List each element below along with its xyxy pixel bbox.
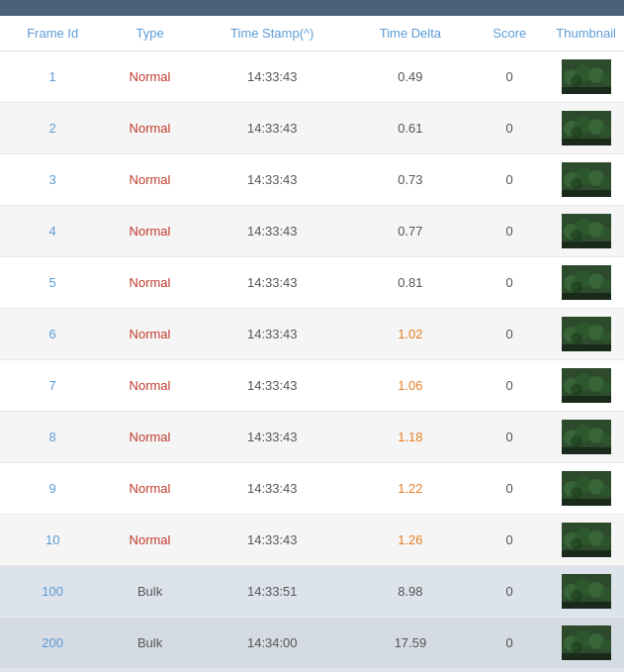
svg-rect-69	[562, 550, 611, 557]
col-header-score: Score	[471, 16, 548, 51]
frame-id-cell[interactable]: 4	[0, 206, 105, 257]
type-cell: Normal	[105, 515, 195, 566]
time-delta-cell: 1.02	[350, 309, 472, 360]
time-delta-cell: 0.73	[350, 154, 472, 206]
type-cell: Normal	[105, 309, 195, 360]
frame-id-cell[interactable]: 10	[0, 515, 105, 566]
thumbnail-cell[interactable]	[548, 309, 624, 360]
thumbnail-image	[562, 574, 611, 609]
time-delta-cell: 0.77	[350, 206, 472, 257]
type-cell: Normal	[105, 463, 195, 515]
thumbnail-cell[interactable]: 📷300	[548, 669, 624, 673]
timestamp-cell: 14:33:43	[195, 309, 350, 360]
time-delta-cell: 26.12	[350, 669, 472, 673]
thumbnail-cell[interactable]	[548, 51, 624, 103]
frame-id-cell[interactable]: 1	[0, 51, 105, 103]
type-cell: Normal	[105, 206, 195, 257]
thumbnail-cell[interactable]	[548, 566, 624, 618]
timestamp-cell: 14:33:43	[195, 463, 350, 515]
table-row: 8Normal14:33:431.180	[0, 412, 624, 463]
svg-rect-41	[562, 344, 611, 351]
svg-point-40	[571, 333, 582, 344]
thumbnail-image	[562, 59, 611, 94]
table-row: 5Normal14:33:430.810	[0, 257, 624, 309]
frames-table: Frame Id Type Time Stamp(^) Time Delta S…	[0, 16, 624, 672]
header-bar	[0, 0, 624, 16]
thumbnail-cell[interactable]	[548, 206, 624, 257]
table-row: 7Normal14:33:431.060	[0, 360, 624, 412]
type-cell: Normal	[105, 154, 195, 206]
table-row: 1Normal14:33:430.490	[0, 51, 624, 103]
timestamp-cell: 14:33:43	[195, 515, 350, 566]
frame-id-cell[interactable]: 8	[0, 412, 105, 463]
timestamp-cell: 14:33:43	[195, 206, 350, 257]
table-row: 300Bulk14:34:0826.120📷300	[0, 669, 624, 673]
thumbnail-cell[interactable]	[548, 154, 624, 206]
timestamp-cell: 14:33:43	[195, 154, 350, 206]
thumbnail-cell[interactable]	[548, 618, 624, 669]
thumbnail-image	[562, 265, 611, 300]
score-cell: 0	[471, 206, 548, 257]
thumbnail-image	[562, 420, 611, 454]
time-delta-cell: 8.98	[350, 566, 472, 618]
score-cell: 0	[471, 669, 548, 673]
frame-id-cell[interactable]: 3	[0, 154, 105, 206]
thumbnail-cell[interactable]	[548, 257, 624, 309]
type-cell: Normal	[105, 51, 195, 103]
type-cell: Bulk	[105, 669, 195, 673]
time-delta-cell: 0.81	[350, 257, 472, 309]
svg-rect-62	[562, 499, 611, 506]
thumbnail-cell[interactable]	[548, 412, 624, 463]
thumbnail-cell[interactable]	[548, 360, 624, 412]
timestamp-cell: 14:33:51	[195, 566, 350, 618]
thumbnail-cell[interactable]	[548, 103, 624, 154]
score-cell: 0	[471, 360, 548, 412]
frame-id-cell[interactable]: 200	[0, 618, 105, 669]
score-cell: 0	[471, 463, 548, 515]
frame-id-cell[interactable]: 300	[0, 669, 105, 673]
type-cell: Bulk	[105, 566, 195, 618]
svg-rect-76	[562, 602, 611, 609]
type-cell: Normal	[105, 257, 195, 309]
timestamp-cell: 14:33:43	[195, 360, 350, 412]
type-cell: Normal	[105, 103, 195, 154]
svg-point-54	[571, 435, 582, 447]
frame-id-cell[interactable]: 5	[0, 257, 105, 309]
time-delta-cell: 1.06	[350, 360, 472, 412]
col-header-timestamp: Time Stamp(^)	[195, 16, 350, 51]
table-row: 10Normal14:33:431.260	[0, 515, 624, 566]
col-header-frame-id: Frame Id	[0, 16, 105, 51]
svg-rect-34	[562, 293, 611, 300]
svg-point-33	[571, 281, 582, 293]
time-delta-cell: 17.59	[350, 618, 472, 669]
frame-id-cell[interactable]: 100	[0, 566, 105, 618]
frame-id-cell[interactable]: 7	[0, 360, 105, 412]
thumbnail-cell[interactable]	[548, 515, 624, 566]
svg-rect-83	[562, 653, 611, 660]
table-row: 200Bulk14:34:0017.590	[0, 618, 624, 669]
thumbnail-image	[562, 523, 611, 557]
table-row: 6Normal14:33:431.020	[0, 309, 624, 360]
table-row: 9Normal14:33:431.220	[0, 463, 624, 515]
type-cell: Normal	[105, 360, 195, 412]
frame-id-cell[interactable]: 6	[0, 309, 105, 360]
frame-id-cell[interactable]: 9	[0, 463, 105, 515]
thumbnail-image	[562, 471, 611, 506]
svg-point-5	[571, 75, 582, 87]
svg-point-19	[571, 178, 582, 190]
table-header-row: Frame Id Type Time Stamp(^) Time Delta S…	[0, 16, 624, 51]
thumbnail-cell[interactable]	[548, 463, 624, 515]
svg-rect-13	[562, 139, 611, 145]
thumbnail-image	[562, 625, 611, 660]
score-cell: 0	[471, 257, 548, 309]
frame-id-cell[interactable]: 2	[0, 103, 105, 154]
svg-rect-55	[562, 447, 611, 454]
timestamp-cell: 14:33:43	[195, 412, 350, 463]
svg-point-75	[571, 590, 582, 602]
score-cell: 0	[471, 618, 548, 669]
score-cell: 0	[471, 51, 548, 103]
thumbnail-image	[562, 317, 611, 351]
score-cell: 0	[471, 566, 548, 618]
thumbnail-image	[562, 368, 611, 403]
score-cell: 0	[471, 154, 548, 206]
